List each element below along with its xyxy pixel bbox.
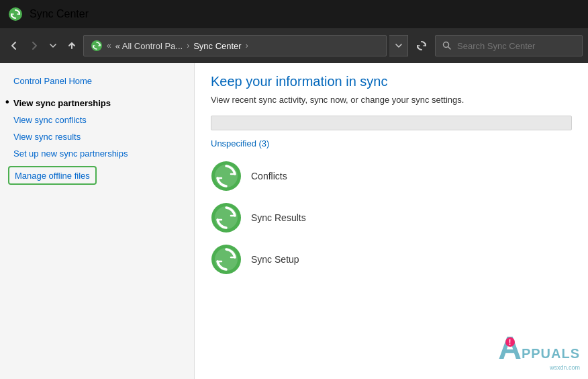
address-path[interactable]: « « All Control Pa... › Sync Center › bbox=[83, 35, 387, 56]
svg-point-6 bbox=[215, 206, 238, 229]
back-button[interactable] bbox=[5, 38, 23, 53]
sync-item-conflicts-label: Conflicts bbox=[251, 171, 287, 181]
sync-item-sync-setup-label: Sync Setup bbox=[251, 254, 299, 265]
unspecified-label: Unspecified (3) bbox=[211, 138, 572, 149]
sidebar-item-view-sync-partnerships[interactable]: View sync partnerships bbox=[0, 95, 194, 112]
sync-icon-sync-results bbox=[211, 202, 242, 233]
sidebar-item-manage-offline-files[interactable]: Manage offline files bbox=[15, 171, 90, 181]
title-bar: Sync Center bbox=[0, 0, 588, 28]
address-bar: « « All Control Pa... › Sync Center › bbox=[0, 28, 588, 63]
content-title: Keep your information in sync bbox=[211, 74, 572, 89]
title-bar-title: Sync Center bbox=[30, 8, 89, 20]
sync-icon-sync-setup bbox=[211, 244, 242, 275]
sidebar: Control Panel Home View sync partnership… bbox=[0, 63, 195, 379]
refresh-button[interactable] bbox=[411, 38, 432, 54]
svg-point-4 bbox=[215, 165, 238, 187]
sidebar-control-panel-home[interactable]: Control Panel Home bbox=[0, 73, 194, 89]
up-button[interactable] bbox=[63, 38, 81, 53]
path-icon bbox=[91, 40, 103, 52]
sync-icon-conflicts bbox=[211, 161, 242, 192]
sync-item-sync-results[interactable]: Sync Results bbox=[211, 197, 572, 239]
path-sync-center: Sync Center bbox=[193, 41, 242, 51]
path-arrow: › bbox=[187, 41, 189, 50]
svg-point-8 bbox=[215, 248, 238, 271]
address-dropdown-button[interactable] bbox=[389, 35, 408, 56]
sidebar-item-view-sync-conflicts[interactable]: View sync conflicts bbox=[0, 112, 194, 128]
sync-item-sync-results-label: Sync Results bbox=[251, 212, 306, 223]
path-all-control: « All Control Pa... bbox=[115, 41, 183, 51]
sidebar-item-set-up-sync[interactable]: Set up new sync partnerships bbox=[0, 145, 194, 162]
search-icon bbox=[442, 41, 452, 50]
path-end-arrow: › bbox=[246, 41, 248, 50]
forward-button[interactable] bbox=[26, 38, 43, 53]
content-area: Keep your information in sync View recen… bbox=[195, 63, 588, 379]
search-box[interactable] bbox=[435, 35, 583, 56]
content-description: View recent sync activity, sync now, or … bbox=[211, 95, 572, 105]
recent-locations-button[interactable] bbox=[46, 40, 60, 52]
app-icon bbox=[8, 7, 23, 22]
sync-item-conflicts[interactable]: Conflicts bbox=[211, 155, 572, 197]
progress-bar bbox=[211, 116, 572, 130]
search-input[interactable] bbox=[457, 41, 575, 51]
path-separator: « bbox=[107, 41, 111, 50]
sidebar-item-view-sync-results[interactable]: View sync results bbox=[0, 128, 194, 145]
manage-offline-files-box: Manage offline files bbox=[8, 166, 97, 185]
sync-item-sync-setup[interactable]: Sync Setup bbox=[211, 239, 572, 280]
main-layout: Control Panel Home View sync partnership… bbox=[0, 63, 588, 379]
